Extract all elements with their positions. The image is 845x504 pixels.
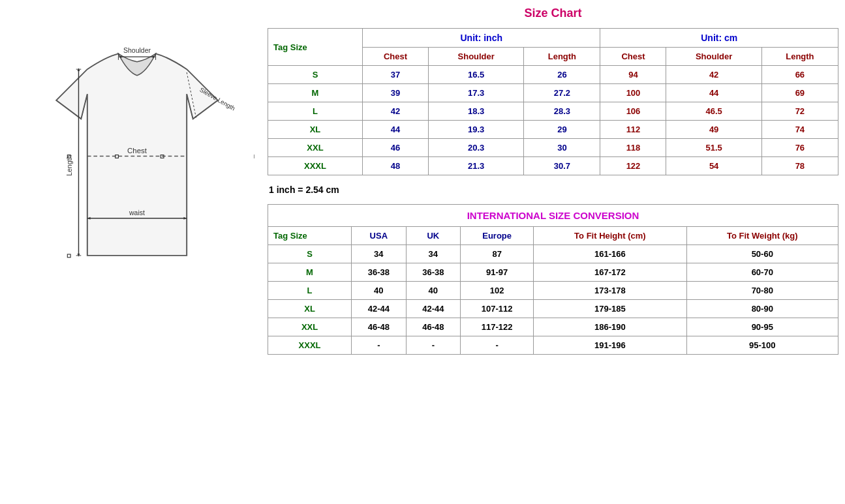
table-row: XXL 46-48 46-48 117-122 186-190 90-95 — [268, 318, 838, 336]
table-row: XXXL - - - 191-196 95-100 — [268, 336, 838, 355]
table-row: L 40 40 102 173-178 70-80 — [268, 282, 838, 300]
inch-chest-header: Chest — [363, 48, 429, 66]
size-chart-title: Size Chart — [268, 7, 838, 20]
table-row: XXXL 48 21.3 30.7 122 54 78 — [268, 157, 838, 175]
tshirt-svg: Shoulder Length Sleeve Length Chest wais… — [20, 20, 254, 280]
intl-tag-size-header: Tag Size — [268, 227, 352, 245]
cm-shoulder-header: Shoulder — [666, 48, 761, 66]
inch-shoulder-header: Shoulder — [429, 48, 524, 66]
uk-header: UK — [406, 227, 461, 245]
table-row: L 42 18.3 28.3 106 46.5 72 — [268, 102, 838, 121]
tables-section: Size Chart Tag Size Unit: inch Unit: cm … — [268, 7, 838, 355]
europe-header: Europe — [461, 227, 534, 245]
svg-text:Shoulder: Shoulder — [123, 47, 151, 54]
size-chart-table: Tag Size Unit: inch Unit: cm Chest Shoul… — [268, 28, 838, 175]
table-row: XL 42-44 42-44 107-112 179-185 80-90 — [268, 300, 838, 318]
intl-conversion-title: INTERNATIONAL SIZE CONVERSION — [268, 205, 838, 227]
tshirt-diagram: Shoulder Length Sleeve Length Chest wais… — [7, 7, 268, 293]
table-row: XL 44 19.3 29 112 49 74 — [268, 121, 838, 139]
svg-marker-14 — [78, 68, 80, 71]
to-fit-weight-header: To Fit Weight (kg) — [686, 227, 838, 245]
inch-length-header: Length — [524, 48, 600, 66]
to-fit-height-header: To Fit Height (cm) — [534, 227, 686, 245]
unit-cm-header: Unit: cm — [600, 29, 838, 48]
conversion-note: 1 inch = 2.54 cm — [268, 181, 838, 199]
svg-text:Chest: Chest — [127, 147, 147, 155]
svg-text:waist: waist — [129, 209, 145, 216]
svg-rect-25 — [67, 254, 70, 258]
cm-chest-header: Chest — [600, 48, 666, 66]
table-row: S 37 16.5 26 94 42 66 — [268, 66, 838, 84]
unit-inch-header: Unit: inch — [363, 29, 600, 48]
intl-conversion-table: INTERNATIONAL SIZE CONVERSION Tag Size U… — [268, 204, 838, 355]
table-row: S 34 34 87 161-166 50-60 — [268, 245, 838, 263]
table-row: M 36-38 36-38 91-97 167-172 60-70 — [268, 263, 838, 282]
tag-size-header: Tag Size — [268, 29, 363, 66]
cm-length-header: Length — [761, 48, 838, 66]
table-row: M 39 17.3 27.2 100 44 69 — [268, 84, 838, 102]
usa-header: USA — [352, 227, 407, 245]
table-row: XXL 46 20.3 30 118 51.5 76 — [268, 139, 838, 157]
